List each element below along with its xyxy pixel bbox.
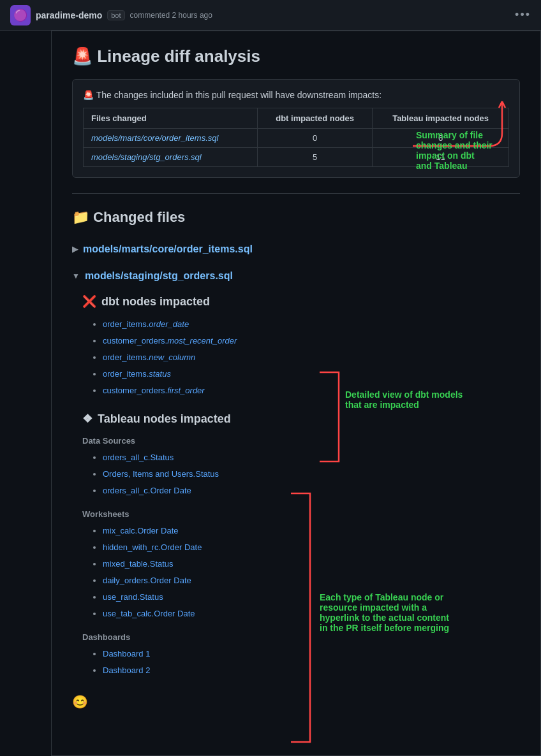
item-suffix: status <box>149 369 171 379</box>
summary-annotation: Summary of file changes and their impact… <box>416 130 534 171</box>
data-source-link-2[interactable]: Orders, Items and Users.Status <box>103 469 219 479</box>
list-item[interactable]: mixed_table.Status <box>103 556 520 572</box>
list-item[interactable]: order_items.order_date <box>103 316 520 333</box>
dbt-section-title: ❌ dbt nodes impacted <box>82 294 520 309</box>
dbt-count-2: 5 <box>258 148 373 167</box>
dbt-title-text: dbt nodes impacted <box>101 295 210 309</box>
list-item[interactable]: orders_all_c.Order Date <box>103 483 520 499</box>
data-source-link-1[interactable]: orders_all_c.Status <box>103 453 174 462</box>
item-prefix: customer_orders. <box>103 336 167 345</box>
dbt-annotation-text: Detailed view of dbt models that are imp… <box>345 389 463 410</box>
top-bar: 🟣 paradime-demo bot commented 2 hours ag… <box>0 0 541 31</box>
avatar: 🟣 <box>10 5 31 25</box>
list-item[interactable]: hidden_with_rc.Order Date <box>103 539 520 556</box>
worksheet-link-1[interactable]: mix_calc.Order Date <box>103 526 178 535</box>
file-row-2[interactable]: ▼ models/staging/stg_orders.sql <box>72 263 520 289</box>
more-menu-button[interactable]: ••• <box>515 8 531 22</box>
item-suffix: most_recent_order <box>167 336 237 345</box>
dashboards-list: Dashboard 1 Dashboard 2 <box>82 646 520 679</box>
tableau-section-title: ❖ Tableau nodes impacted <box>82 412 520 426</box>
file-path-1[interactable]: models/marts/core/order_items.sql <box>83 244 253 255</box>
data-sources-label: Data Sources <box>82 436 520 446</box>
bot-badge: bot <box>107 10 124 20</box>
item-suffix: order_date <box>149 319 189 329</box>
info-box-header: 🚨 The changes included in this pull requ… <box>83 90 509 100</box>
item-prefix: order_items. <box>103 319 149 329</box>
col-header-tableau: Tableau impacted nodes <box>373 108 509 129</box>
dbt-impact-list: order_items.order_date customer_orders.m… <box>82 316 520 399</box>
list-item[interactable]: order_items.status <box>103 366 520 382</box>
item-prefix: order_items. <box>103 369 149 379</box>
expand-arrow-2[interactable]: ▼ <box>72 272 80 280</box>
username[interactable]: paradime-demo <box>36 10 102 20</box>
page-title: 🚨 Lineage diff analysis <box>72 47 520 66</box>
item-prefix: customer_orders. <box>103 386 167 395</box>
worksheet-link-5[interactable]: use_rand.Status <box>103 592 163 602</box>
expand-arrow-1[interactable]: ▶ <box>72 245 78 254</box>
list-item[interactable]: Dashboard 2 <box>103 662 520 679</box>
timestamp: commented 2 hours ago <box>130 11 212 20</box>
worksheet-link-2[interactable]: hidden_with_rc.Order Date <box>103 542 202 552</box>
worksheet-link-6[interactable]: use_tab_calc.Order Date <box>103 609 195 618</box>
tableau-annotation: Each type of Tableau node or resource im… <box>320 592 498 633</box>
footer-emoji[interactable]: 😊 <box>72 694 520 709</box>
list-item[interactable]: Orders, Items and Users.Status <box>103 466 520 483</box>
dashboard-link-1[interactable]: Dashboard 1 <box>103 649 150 658</box>
file-path-2[interactable]: models/staging/stg_orders.sql <box>85 270 233 282</box>
data-source-link-3[interactable]: orders_all_c.Order Date <box>103 486 191 495</box>
list-item[interactable]: customer_orders.most_recent_order <box>103 333 520 349</box>
main-content: 🚨 Lineage diff analysis 🚨 The changes in… <box>51 31 541 756</box>
item-prefix: order_items. <box>103 353 149 362</box>
section-divider <box>72 193 520 194</box>
item-suffix: first_order <box>167 386 205 395</box>
summary-annotation-text: Summary of file changes and their impact… <box>416 130 493 171</box>
data-sources-list: orders_all_c.Status Orders, Items and Us… <box>82 449 520 499</box>
list-item[interactable]: mix_calc.Order Date <box>103 523 520 539</box>
dbt-annotation: Detailed view of dbt models that are imp… <box>345 389 492 410</box>
list-item[interactable]: daily_orders.Order Date <box>103 572 520 589</box>
list-item[interactable]: Dashboard 1 <box>103 646 520 662</box>
dashboards-label: Dashboards <box>82 632 520 642</box>
tableau-annotation-text: Each type of Tableau node or resource im… <box>320 592 449 633</box>
dbt-nodes-section: ❌ dbt nodes impacted order_items.order_d… <box>72 294 520 399</box>
file-name-2[interactable]: models/staging/stg_orders.sql <box>84 148 258 167</box>
tableau-nodes-section: ❖ Tableau nodes impacted Data Sources or… <box>72 412 520 679</box>
worksheets-label: Worksheets <box>82 509 520 519</box>
dbt-count-1: 0 <box>258 129 373 148</box>
worksheet-link-4[interactable]: daily_orders.Order Date <box>103 576 191 585</box>
file-row-1[interactable]: ▶ models/marts/core/order_items.sql <box>72 236 520 263</box>
list-item[interactable]: orders_all_c.Status <box>103 449 520 466</box>
worksheet-link-3[interactable]: mixed_table.Status <box>103 559 174 569</box>
tableau-icon: ❖ <box>82 412 93 426</box>
list-item[interactable]: order_items.new_column <box>103 349 520 366</box>
col-header-dbt: dbt impacted nodes <box>258 108 373 129</box>
item-suffix: new_column <box>149 353 195 362</box>
dbt-icon: ❌ <box>82 294 96 309</box>
tableau-title-text: Tableau nodes impacted <box>98 412 231 426</box>
changed-files-title: 📁 Changed files <box>72 209 520 226</box>
col-header-files: Files changed <box>84 108 258 129</box>
dashboard-link-2[interactable]: Dashboard 2 <box>103 665 150 675</box>
file-name-1[interactable]: models/marts/core/order_items.sql <box>84 129 258 148</box>
